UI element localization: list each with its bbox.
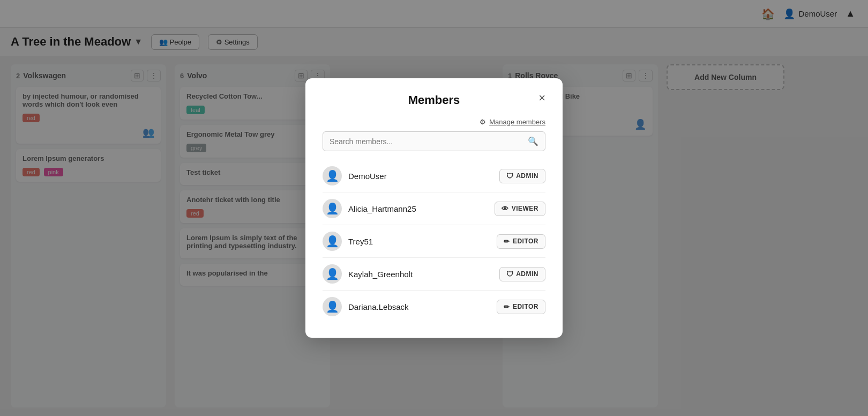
- member-avatar-0: 👤: [323, 166, 342, 185]
- member-name-2: Trey51: [348, 237, 490, 246]
- role-icon-4: ✏: [504, 303, 510, 311]
- member-avatar-3: 👤: [323, 264, 342, 284]
- search-row: 🔍: [323, 131, 545, 151]
- member-row-2: 👤 Trey51 ✏ EDITOR: [323, 225, 545, 258]
- role-label-2: EDITOR: [513, 237, 538, 245]
- member-avatar-2: 👤: [323, 232, 342, 251]
- member-avatar-1: 👤: [323, 199, 342, 218]
- role-icon-3: 🛡: [506, 270, 514, 278]
- search-icon: 🔍: [528, 136, 538, 146]
- modal-close-button[interactable]: ×: [538, 92, 545, 104]
- member-row-3: 👤 Kaylah_Greenholt 🛡 ADMIN: [323, 258, 545, 291]
- role-label-0: ADMIN: [516, 172, 538, 180]
- member-avatar-4: 👤: [323, 297, 342, 316]
- manage-gear-icon: ⚙: [480, 118, 486, 126]
- member-role-1[interactable]: 👁 VIEWER: [495, 202, 545, 216]
- members-modal: Members × ⚙ Manage members 🔍 👤 DemoUser …: [305, 78, 563, 338]
- member-list: 👤 DemoUser 🛡 ADMIN 👤 Alicia_Hartmann25 👁…: [323, 160, 545, 323]
- member-role-2[interactable]: ✏ EDITOR: [497, 234, 545, 249]
- member-name-4: Dariana.Lebsack: [348, 302, 490, 311]
- member-row-4: 👤 Dariana.Lebsack ✏ EDITOR: [323, 291, 545, 323]
- modal-overlay: Members × ⚙ Manage members 🔍 👤 DemoUser …: [0, 0, 868, 416]
- role-label-1: VIEWER: [512, 205, 538, 212]
- member-name-0: DemoUser: [348, 172, 493, 181]
- member-row-0: 👤 DemoUser 🛡 ADMIN: [323, 160, 545, 192]
- search-input[interactable]: [330, 137, 528, 146]
- role-icon-0: 🛡: [506, 172, 514, 180]
- modal-header: Members ×: [323, 93, 545, 107]
- member-role-0[interactable]: 🛡 ADMIN: [499, 169, 545, 183]
- member-role-4[interactable]: ✏ EDITOR: [497, 300, 545, 314]
- modal-title: Members: [408, 93, 460, 107]
- member-role-3[interactable]: 🛡 ADMIN: [499, 267, 545, 281]
- role-icon-1: 👁: [502, 205, 509, 213]
- manage-members-row: ⚙ Manage members: [323, 118, 545, 126]
- member-name-3: Kaylah_Greenholt: [348, 270, 493, 279]
- role-label-4: EDITOR: [513, 303, 538, 310]
- role-label-3: ADMIN: [516, 270, 538, 278]
- role-icon-2: ✏: [504, 237, 510, 246]
- manage-members-link[interactable]: Manage members: [489, 118, 545, 126]
- member-row-1: 👤 Alicia_Hartmann25 👁 VIEWER: [323, 192, 545, 225]
- member-name-1: Alicia_Hartmann25: [348, 204, 488, 213]
